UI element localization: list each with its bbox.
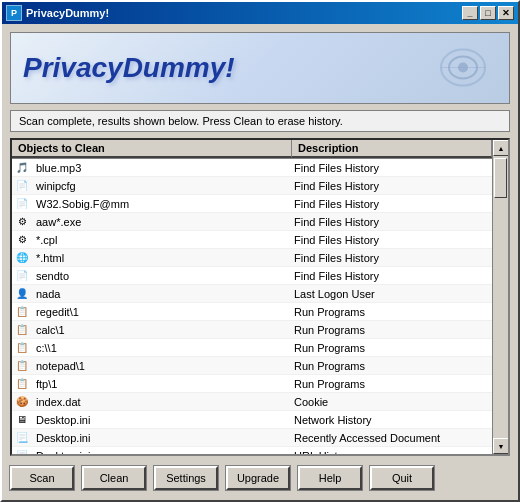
- file-icon: 📄: [12, 177, 32, 195]
- quit-button[interactable]: Quit: [370, 466, 434, 490]
- list-item[interactable]: 📃Desktop.iniRecently Accessed Document: [12, 429, 492, 447]
- row-name: calc\1: [32, 324, 290, 336]
- col-objects-header: Objects to Clean: [12, 140, 292, 158]
- row-name: *.html: [32, 252, 290, 264]
- content-area: PrivacyDummy! Scan complete, results sho…: [2, 24, 518, 500]
- status-bar: Scan complete, results shown below. Pres…: [10, 110, 510, 132]
- row-desc: Find Files History: [290, 198, 492, 210]
- list-item[interactable]: ⚙*.cplFind Files History: [12, 231, 492, 249]
- row-desc: Find Files History: [290, 270, 492, 282]
- scrollbar-track[interactable]: [493, 156, 508, 438]
- list-item[interactable]: 🖥Desktop.iniNetwork History: [12, 411, 492, 429]
- close-button[interactable]: ✕: [498, 6, 514, 20]
- row-desc: Run Programs: [290, 324, 492, 336]
- exe-icon: ⚙: [12, 213, 32, 231]
- row-name: winipcfg: [32, 180, 290, 192]
- scroll-up-button[interactable]: ▲: [493, 140, 509, 156]
- logo-text: PrivacyDummy!: [23, 52, 235, 84]
- row-desc: Cookie: [290, 396, 492, 408]
- row-name: notepad\1: [32, 360, 290, 372]
- list-item[interactable]: 📋regedit\1Run Programs: [12, 303, 492, 321]
- clean-button[interactable]: Clean: [82, 466, 146, 490]
- list-header: Objects to Clean Description: [12, 140, 492, 159]
- row-name: W32.Sobig.F@mm: [32, 198, 290, 210]
- user-icon: 👤: [12, 285, 32, 303]
- doc-icon: 📃: [12, 429, 32, 447]
- scrollbar[interactable]: ▲ ▼: [492, 140, 508, 454]
- logo-area: PrivacyDummy!: [10, 32, 510, 104]
- row-desc: Find Files History: [290, 234, 492, 246]
- cpl-icon: ⚙: [12, 231, 32, 249]
- row-name: index.dat: [32, 396, 290, 408]
- help-button[interactable]: Help: [298, 466, 362, 490]
- list-item[interactable]: 📋notepad\1Run Programs: [12, 357, 492, 375]
- row-name: nada: [32, 288, 290, 300]
- row-name: blue.mp3: [32, 162, 290, 174]
- scroll-down-button[interactable]: ▼: [493, 438, 509, 454]
- cookie-icon: 🍪: [12, 393, 32, 411]
- row-desc: Find Files History: [290, 216, 492, 228]
- col-desc-header: Description: [292, 140, 492, 158]
- row-desc: URL History: [290, 450, 492, 455]
- list-item[interactable]: 🍪index.datCookie: [12, 393, 492, 411]
- objects-list[interactable]: Objects to Clean Description 🎵blue.mp3Fi…: [10, 138, 510, 456]
- upgrade-button[interactable]: Upgrade: [226, 466, 290, 490]
- reg-icon: 📋: [12, 303, 32, 321]
- reg-icon: 📋: [12, 339, 32, 357]
- row-name: Desktop.ini: [32, 414, 290, 426]
- maximize-button[interactable]: □: [480, 6, 496, 20]
- list-item[interactable]: 📋c:\\1Run Programs: [12, 339, 492, 357]
- row-name: ftp\1: [32, 378, 290, 390]
- reg-icon: 📋: [12, 357, 32, 375]
- list-item[interactable]: 📄W32.Sobig.F@mmFind Files History: [12, 195, 492, 213]
- window-title: PrivacyDummy!: [26, 7, 109, 19]
- row-desc: Run Programs: [290, 306, 492, 318]
- row-desc: Recently Accessed Document: [290, 432, 492, 444]
- reg-icon: 📋: [12, 375, 32, 393]
- row-desc: Find Files History: [290, 252, 492, 264]
- file-icon: 📄: [12, 195, 32, 213]
- audio-icon: 🎵: [12, 159, 32, 177]
- list-item[interactable]: 📄winipcfgFind Files History: [12, 177, 492, 195]
- list-item[interactable]: ⚙aaw*.exeFind Files History: [12, 213, 492, 231]
- doc-icon: 📃: [12, 447, 32, 455]
- list-item[interactable]: 📋calc\1Run Programs: [12, 321, 492, 339]
- row-name: sendto: [32, 270, 290, 282]
- list-item[interactable]: 📋ftp\1Run Programs: [12, 375, 492, 393]
- row-name: Desktop.ini: [32, 450, 290, 455]
- logo-icon: [433, 40, 493, 97]
- scan-button[interactable]: Scan: [10, 466, 74, 490]
- scrollbar-thumb[interactable]: [494, 158, 507, 198]
- row-desc: Find Files History: [290, 162, 492, 174]
- title-bar: P PrivacyDummy! _ □ ✕: [2, 2, 518, 24]
- file-icon: 📄: [12, 267, 32, 285]
- row-desc: Last Logon User: [290, 288, 492, 300]
- row-desc: Run Programs: [290, 378, 492, 390]
- list-item[interactable]: 📄sendtoFind Files History: [12, 267, 492, 285]
- network-icon: 🖥: [12, 411, 32, 429]
- reg-icon: 📋: [12, 321, 32, 339]
- settings-button[interactable]: Settings: [154, 466, 218, 490]
- list-item[interactable]: 🌐*.htmlFind Files History: [12, 249, 492, 267]
- row-desc: Find Files History: [290, 180, 492, 192]
- window-controls: _ □ ✕: [462, 6, 514, 20]
- row-name: *.cpl: [32, 234, 290, 246]
- row-desc: Run Programs: [290, 342, 492, 354]
- row-name: c:\\1: [32, 342, 290, 354]
- html-icon: 🌐: [12, 249, 32, 267]
- list-item[interactable]: 👤nadaLast Logon User: [12, 285, 492, 303]
- row-name: regedit\1: [32, 306, 290, 318]
- row-desc: Network History: [290, 414, 492, 426]
- minimize-button[interactable]: _: [462, 6, 478, 20]
- row-name: Desktop.ini: [32, 432, 290, 444]
- list-item[interactable]: 📃Desktop.iniURL History: [12, 447, 492, 454]
- app-icon: P: [6, 5, 22, 21]
- status-message: Scan complete, results shown below. Pres…: [19, 115, 343, 127]
- row-desc: Run Programs: [290, 360, 492, 372]
- list-item[interactable]: 🎵blue.mp3Find Files History: [12, 159, 492, 177]
- button-bar: Scan Clean Settings Upgrade Help Quit: [10, 462, 510, 492]
- row-name: aaw*.exe: [32, 216, 290, 228]
- list-body[interactable]: 🎵blue.mp3Find Files History📄winipcfgFind…: [12, 159, 492, 454]
- main-window: P PrivacyDummy! _ □ ✕ PrivacyDummy! S: [0, 0, 520, 502]
